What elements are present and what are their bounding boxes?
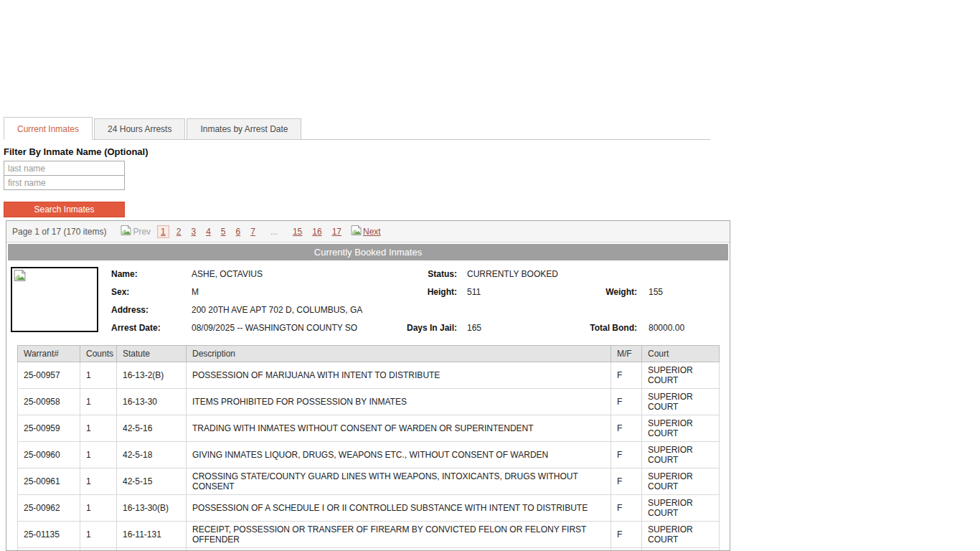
sex-label: Sex: [111,287,192,297]
mf-cell: F [611,362,642,389]
warrant-cell: 25-00962 [18,495,80,522]
pager-page-link[interactable]: 5 [218,226,229,237]
pager-current-page[interactable]: 1 [157,225,169,238]
arrest-date-label: Arrest Date: [111,323,192,333]
inmates-grid-panel: Page 1 of 17 (170 items) Prev 1234567...… [6,220,730,551]
header-court: Court [642,346,720,362]
search-inmates-button[interactable]: Search Inmates [4,202,125,217]
pager-page-link[interactable]: 3 [188,226,199,237]
pager-page-link[interactable]: 16 [309,226,324,237]
court-cell: SUPERIOR COURT [642,468,720,495]
sex-value: M [192,287,398,297]
height-value: 511 [457,287,586,297]
mf-cell: F [611,495,642,522]
name-value: ASHE, OCTAVIUS [192,269,398,279]
charges-table-body: 25-00957 1 16-13-2(B) POSSESSION OF MARI… [18,362,720,551]
address-value: 200 20TH AVE APT 702 D, COLUMBUS, GA [192,305,724,315]
charge-row: 25-00957 1 16-13-2(B) POSSESSION OF MARI… [18,362,720,389]
pager-summary: Page 1 of 17 (170 items) [12,227,106,237]
warrant-cell: 25-01136 [18,548,80,551]
charge-row: 25-00962 1 16-13-30(B) POSSESSION OF A S… [18,495,720,522]
statute-cell: 42-5-16 [117,415,187,442]
description-cell: GIVING INMATES LIQUOR, DRUGS, WEAPONS ET… [187,442,611,468]
pager-page-link[interactable]: 4 [203,226,214,237]
height-label: Height: [398,287,457,297]
arrest-date-value: 08/09/2025 -- WASHINGTON COUNTY SO [192,323,398,333]
description-cell: CROSSING STATE/COUNTY GUARD LINES WITH W… [187,468,611,495]
charge-row: 25-01135 1 16-11-131 RECEIPT, POSSESSION… [18,522,720,548]
pager-next-button[interactable]: Next [351,225,381,237]
charges-table: Warrant# Counts Statute Description M/F … [17,345,720,551]
header-counts: Counts [80,346,117,362]
mf-cell: F [611,548,642,551]
status-value: CURRENTLY BOOKED [457,269,724,279]
counts-cell: 1 [80,442,117,468]
pager-page-link[interactable]: 2 [174,226,184,237]
status-label: Status: [398,269,457,279]
statute-cell: 16-13-30 [117,389,187,415]
broken-image-icon [14,271,26,283]
tab-strip: Current Inmates 24 Hours Arrests Inmates… [4,117,710,140]
tab-current-inmates[interactable]: Current Inmates [4,117,93,140]
charge-row: 25-00961 1 42-5-15 CROSSING STATE/COUNTY… [18,468,720,495]
first-name-input[interactable] [4,175,125,190]
days-in-jail-value: 165 [457,323,586,333]
court-cell: SUPERIOR COURT [642,548,720,551]
counts-cell: 1 [80,389,117,415]
warrant-cell: 25-00959 [18,415,80,442]
header-description: Description [187,346,611,362]
inmate-fields: Name: ASHE, OCTAVIUS Status: CURRENTLY B… [111,265,724,336]
filter-heading: Filter By Inmate Name (Optional) [4,146,219,157]
pager-next-label: Next [363,227,381,237]
charge-row: 25-01136 1 16-11-106 POSSESSION OF FIREA… [18,548,720,551]
weight-value: 155 [637,287,724,297]
pager: Page 1 of 17 (170 items) Prev 1234567...… [6,221,730,242]
tab-24-hours-arrests[interactable]: 24 Hours Arrests [94,118,185,140]
header-mf: M/F [611,346,642,362]
weight-label: Weight: [586,287,637,297]
total-bond-value: 80000.00 [637,323,724,333]
mf-cell: F [611,442,642,468]
pager-pages: 1234567...151617 [155,225,347,238]
header-statute: Statute [117,346,187,362]
statute-cell: 16-13-30(B) [117,495,187,522]
broken-image-icon [121,225,131,237]
counts-cell: 1 [80,495,117,522]
inmate-detail: Name: ASHE, OCTAVIUS Status: CURRENTLY B… [6,260,730,344]
filter-section: Filter By Inmate Name (Optional) [4,146,219,190]
inmate-roster-page: Current Inmates 24 Hours Arrests Inmates… [0,0,980,551]
description-cell: POSSESSION OF FIREARM OR KNIFE DURING CO… [187,548,611,551]
last-name-input[interactable] [4,161,125,176]
mf-cell: F [611,468,642,495]
charge-row: 25-00960 1 42-5-18 GIVING INMATES LIQUOR… [18,442,720,468]
court-cell: SUPERIOR COURT [642,415,720,442]
pager-ellipsis: ... [268,226,281,237]
warrant-cell: 25-00961 [18,468,80,495]
mf-cell: F [611,389,642,415]
description-cell: RECEIPT, POSSESSION OR TRANSFER OF FIREA… [187,522,611,548]
description-cell: TRADING WITH INMATES WITHOUT CONSENT OF … [187,415,611,442]
court-cell: SUPERIOR COURT [642,522,720,548]
total-bond-label: Total Bond: [586,323,637,333]
statute-cell: 42-5-15 [117,468,187,495]
court-cell: SUPERIOR COURT [642,362,720,389]
pager-page-link[interactable]: 15 [290,226,305,237]
court-cell: SUPERIOR COURT [642,495,720,522]
description-cell: POSSESSION OF A SCHEDULE I OR II CONTROL… [187,495,611,522]
charges-header-row: Warrant# Counts Statute Description M/F … [18,346,720,362]
warrant-cell: 25-00960 [18,442,80,468]
pager-prev-button[interactable]: Prev [121,225,151,237]
mf-cell: F [611,522,642,548]
inmate-photo [11,267,98,332]
court-cell: SUPERIOR COURT [642,389,720,415]
statute-cell: 16-11-106 [117,548,187,551]
address-label: Address: [111,305,192,315]
counts-cell: 1 [80,468,117,495]
pager-page-link[interactable]: 7 [248,226,258,237]
pager-page-link[interactable]: 6 [233,226,244,237]
description-cell: ITEMS PROHIBITED FOR POSSESSION BY INMAT… [187,389,611,415]
tab-inmates-by-arrest-date[interactable]: Inmates by Arrest Date [187,118,301,140]
pager-prev-label: Prev [133,227,151,237]
pager-page-link[interactable]: 17 [329,226,344,237]
charge-row: 25-00959 1 42-5-16 TRADING WITH INMATES … [18,415,720,442]
